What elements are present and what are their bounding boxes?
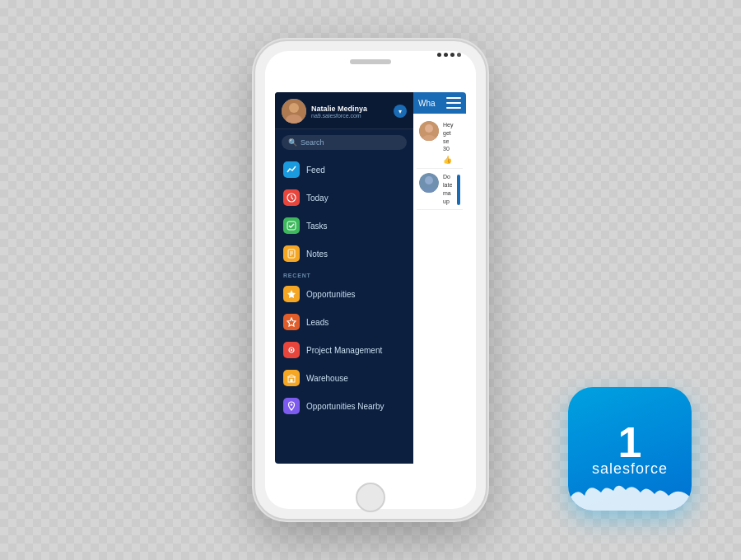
sidebar-item-warehouse[interactable]: Warehouse: [275, 364, 413, 392]
svg-point-20: [425, 176, 433, 184]
content-header: Wha: [413, 92, 466, 114]
search-placeholder: Search: [301, 138, 324, 147]
search-icon: 🔍: [288, 138, 297, 147]
nav-panel: Natalie Medinya na9.salesforce.com ▾ 🔍 S…: [275, 92, 413, 464]
search-bar[interactable]: 🔍 Search: [282, 135, 407, 150]
sidebar-item-tasks[interactable]: Tasks: [275, 212, 413, 240]
user-header[interactable]: Natalie Medinya na9.salesforce.com ▾: [275, 92, 413, 129]
svg-marker-10: [287, 318, 296, 326]
sidebar-item-label-project: Project Management: [306, 346, 382, 355]
salesforce-number: 1: [618, 421, 642, 464]
phone-device: Natalie Medinya na9.salesforce.com ▾ 🔍 S…: [255, 41, 486, 519]
phone-screen: Natalie Medinya na9.salesforce.com ▾ 🔍 S…: [275, 92, 466, 464]
svg-point-1: [289, 103, 299, 113]
svg-rect-14: [291, 379, 293, 382]
status-dot-4: [457, 53, 461, 57]
feed-action-1: 👍: [443, 156, 460, 164]
sidebar-item-project-management[interactable]: Project Management: [275, 336, 413, 364]
user-info: Natalie Medinya na9.salesforce.com: [311, 105, 389, 119]
feed-item-1: Heygetse30 👍: [417, 117, 463, 169]
warehouse-icon: [283, 370, 300, 386]
user-name: Natalie Medinya: [311, 105, 389, 113]
like-icon[interactable]: 👍: [443, 156, 452, 164]
feed-avatar-2: [419, 173, 439, 193]
content-panel: Wha: [413, 92, 466, 464]
svg-marker-9: [287, 290, 296, 298]
hamburger-icon[interactable]: [446, 97, 461, 109]
sidebar-item-feed[interactable]: Feed: [275, 156, 413, 184]
project-icon: [283, 342, 300, 358]
sidebar-item-label-leads: Leads: [306, 318, 329, 327]
svg-point-15: [291, 404, 292, 405]
recent-section-label: RECENT: [275, 268, 413, 280]
hamburger-line-2: [446, 102, 461, 104]
avatar: [282, 99, 306, 124]
svg-point-12: [291, 349, 292, 351]
status-dot-1: [437, 53, 441, 57]
sidebar-item-label-warehouse: Warehouse: [306, 374, 348, 383]
status-dots: [437, 53, 461, 57]
salesforce-cloud: [568, 478, 692, 511]
sidebar-item-label-opportunities-nearby: Opportunities Nearby: [306, 402, 384, 411]
chevron-down-icon[interactable]: ▾: [394, 105, 407, 118]
phone-speaker: [350, 59, 391, 64]
sidebar-item-notes[interactable]: Notes: [275, 240, 413, 268]
hamburger-line-1: [446, 97, 461, 99]
sidebar-item-label-tasks: Tasks: [306, 222, 328, 231]
tasks-icon: [283, 217, 300, 234]
content-feed: Heygetse30 👍: [413, 114, 466, 213]
notes-icon: [283, 245, 300, 262]
sidebar-item-opportunities[interactable]: Opportunities: [275, 280, 413, 308]
opportunities-icon: [283, 286, 300, 302]
sidebar-item-leads[interactable]: Leads: [275, 308, 413, 336]
sidebar-item-opportunities-nearby[interactable]: Opportunities Nearby: [275, 392, 413, 420]
today-icon: [283, 189, 300, 206]
user-email: na9.salesforce.com: [311, 113, 389, 119]
status-dot-3: [450, 53, 454, 57]
phone-screen-bezel: Natalie Medinya na9.salesforce.com ▾ 🔍 S…: [265, 51, 476, 509]
content-title: Wha: [418, 99, 436, 108]
svg-point-17: [425, 124, 433, 133]
sidebar-item-label-feed: Feed: [306, 166, 325, 175]
feed-text-1: Heygetse30: [443, 121, 460, 153]
sidebar-item-today[interactable]: Today: [275, 184, 413, 212]
opportunities-nearby-icon: [283, 398, 300, 414]
feed-colored-bar: [457, 175, 460, 205]
sidebar-item-label-today: Today: [306, 194, 329, 203]
salesforce-badge: 1 salesforce: [568, 387, 692, 511]
hamburger-line-3: [446, 107, 461, 109]
sidebar-item-label-opportunities: Opportunities: [306, 290, 355, 299]
feed-avatar-1: [419, 121, 439, 141]
sidebar-item-label-notes: Notes: [306, 250, 328, 259]
home-button[interactable]: [356, 483, 385, 512]
feed-text-2: Dolatemaup: [443, 173, 454, 205]
feed-icon: [283, 161, 300, 178]
status-dot-2: [444, 53, 448, 57]
leads-icon: [283, 314, 300, 330]
salesforce-text: salesforce: [592, 460, 668, 478]
feed-item-2: Dolatemaup: [417, 169, 463, 210]
